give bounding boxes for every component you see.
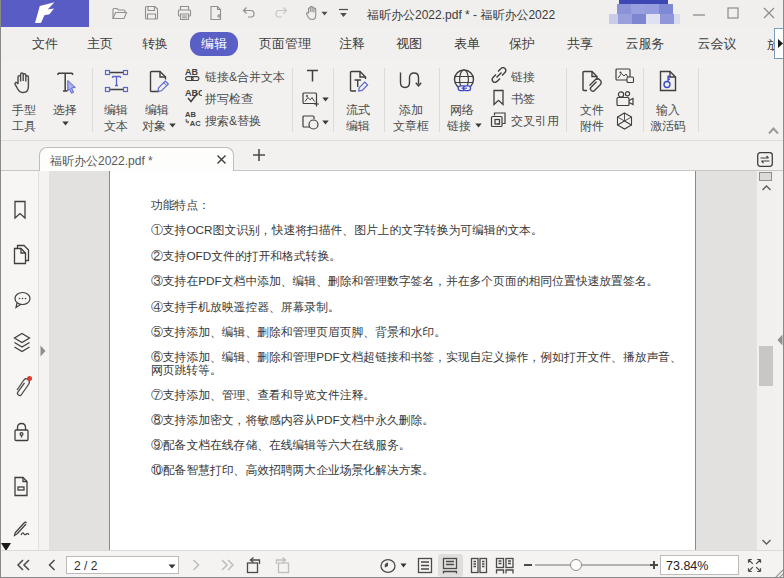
edit-text-label-2[interactable]: 文本: [104, 119, 128, 133]
export-icon[interactable]: [208, 5, 225, 22]
web-link-label-2[interactable]: 链接: [447, 119, 471, 133]
hand-tool-label-1[interactable]: 手型: [12, 103, 36, 117]
destinations-panel-icon[interactable]: [13, 476, 31, 496]
menu-page-management[interactable]: 页面管理: [259, 35, 311, 53]
search-replace-label[interactable]: 搜索&替换: [205, 113, 261, 130]
zoom-out-icon[interactable]: [524, 564, 532, 566]
rotate-left-icon[interactable]: [245, 556, 264, 574]
continuous-view-icon[interactable]: [442, 557, 458, 574]
web-link-icon[interactable]: [451, 68, 477, 94]
print-icon[interactable]: [177, 5, 194, 22]
attachments-panel-icon[interactable]: [13, 376, 31, 396]
bookmark-tool-icon[interactable]: [492, 89, 505, 106]
security-panel-icon[interactable]: [13, 422, 31, 442]
sidebar-splitter[interactable]: [39, 171, 49, 550]
add-image-icon[interactable]: [302, 92, 321, 107]
edit-object-caret[interactable]: [169, 123, 176, 128]
previous-page-icon[interactable]: [47, 559, 56, 571]
file-attachment-label-1[interactable]: 文件: [580, 103, 604, 117]
3d-object-icon[interactable]: [615, 111, 634, 131]
collapse-toolbar-icon[interactable]: [768, 126, 779, 135]
edit-object-label-2[interactable]: 对象: [142, 119, 166, 133]
split-view-handle[interactable]: [759, 172, 772, 181]
fullscreen-icon[interactable]: [747, 558, 762, 573]
link-icon[interactable]: [491, 67, 507, 83]
save-icon[interactable]: [144, 5, 161, 22]
add-image-caret[interactable]: [322, 97, 329, 102]
select-tool-icon[interactable]: [54, 70, 78, 96]
undo-icon[interactable]: [241, 5, 258, 22]
add-shapes-icon[interactable]: [302, 115, 320, 131]
signature-panel-icon[interactable]: [13, 521, 31, 541]
facing-view-icon[interactable]: [470, 557, 488, 574]
pages-panel-icon[interactable]: [13, 244, 31, 264]
zoom-level-box[interactable]: 73.84%: [660, 555, 739, 575]
menu-overflow-button[interactable]: [774, 28, 784, 59]
cross-reference-label[interactable]: 交叉引用: [511, 113, 559, 130]
scrollbar-thumb[interactable]: [759, 346, 773, 386]
reading-timer-icon[interactable]: [380, 559, 396, 573]
spell-check-icon[interactable]: ABC: [185, 88, 202, 104]
add-article-box-label-2[interactable]: 文章框: [393, 119, 429, 133]
continuous-facing-view-icon[interactable]: [495, 557, 516, 574]
select-tool-caret[interactable]: [62, 121, 69, 126]
web-link-caret[interactable]: [475, 123, 482, 128]
select-tool-label[interactable]: 选择: [53, 103, 77, 117]
scroll-up-icon[interactable]: [762, 185, 771, 191]
enter-activation-code-icon[interactable]: [656, 69, 680, 94]
panel-swap-icon[interactable]: [757, 152, 773, 167]
file-attachment-label-2[interactable]: 附件: [580, 119, 604, 133]
document-tab[interactable]: 福昕办公2022.pdf *: [39, 147, 234, 171]
file-attachment-icon[interactable]: [579, 69, 605, 94]
menu-form[interactable]: 表单: [454, 35, 480, 53]
zoom-slider-track[interactable]: [535, 564, 650, 566]
menu-view[interactable]: 视图: [396, 35, 422, 53]
single-page-view-icon[interactable]: [417, 557, 433, 574]
hand-tool-icon[interactable]: [12, 70, 36, 96]
link-merge-text-icon[interactable]: AB: [185, 67, 201, 81]
menu-share[interactable]: 共享: [567, 35, 593, 53]
menu-convert[interactable]: 转换: [142, 35, 168, 53]
close-button[interactable]: [759, 4, 779, 23]
menu-protect[interactable]: 保护: [509, 35, 535, 53]
zoom-in-icon[interactable]: [650, 561, 658, 569]
edit-text-icon[interactable]: [104, 69, 129, 93]
comments-panel-icon[interactable]: [13, 291, 31, 311]
vertical-scrollbar[interactable]: [756, 171, 774, 550]
expand-right-panel-icon[interactable]: [777, 334, 783, 346]
menu-home[interactable]: 主页: [87, 35, 113, 53]
spell-check-label[interactable]: 拼写检查: [205, 91, 253, 108]
page-number-box[interactable]: 2 / 2: [66, 556, 179, 574]
flow-edit-label-2[interactable]: 编辑: [346, 119, 370, 133]
menu-edit-active[interactable]: 编辑: [190, 32, 238, 56]
add-article-box-label-1[interactable]: 添加: [399, 103, 423, 117]
link-merge-text-label[interactable]: 链接&合并文本: [205, 69, 285, 86]
pdf-page[interactable]: 功能特点： ①支持OCR图文识别，快速将扫描件、图片上的文字转换为可编辑的文本。…: [109, 171, 696, 550]
hand-tool-quick-icon[interactable]: [305, 5, 322, 22]
first-page-icon[interactable]: [16, 559, 31, 571]
tab-close-icon[interactable]: [216, 154, 227, 165]
add-text-icon[interactable]: [305, 68, 320, 83]
menu-cloud-meeting[interactable]: 云会议: [698, 35, 737, 53]
edit-text-label-1[interactable]: 编辑: [104, 103, 128, 117]
edit-object-icon[interactable]: [147, 69, 171, 94]
resize-grip[interactable]: [774, 567, 784, 578]
menu-file[interactable]: 文件: [32, 35, 58, 53]
hand-tool-dropdown-caret[interactable]: [321, 11, 328, 16]
foxit-logo[interactable]: [1, 0, 89, 27]
maximize-button[interactable]: [723, 4, 743, 23]
hand-tool-label-2[interactable]: 工具: [12, 119, 36, 133]
next-page-icon[interactable]: [192, 559, 201, 571]
redo-icon[interactable]: [274, 5, 291, 22]
expand-left-panel-icon[interactable]: [40, 345, 46, 357]
image-annotation-icon[interactable]: [615, 68, 635, 84]
add-shapes-caret[interactable]: [322, 120, 329, 125]
menu-comment[interactable]: 注释: [339, 35, 365, 53]
menu-cloud-service[interactable]: 云服务: [626, 35, 665, 53]
bookmarks-panel-icon[interactable]: [13, 200, 31, 220]
rotate-right-icon[interactable]: [272, 556, 291, 574]
add-article-box-icon[interactable]: [397, 69, 425, 94]
new-tab-icon[interactable]: [252, 148, 266, 162]
enter-activation-code-label-2[interactable]: 激活码: [650, 119, 686, 133]
search-replace-icon[interactable]: AB AC: [185, 110, 202, 126]
